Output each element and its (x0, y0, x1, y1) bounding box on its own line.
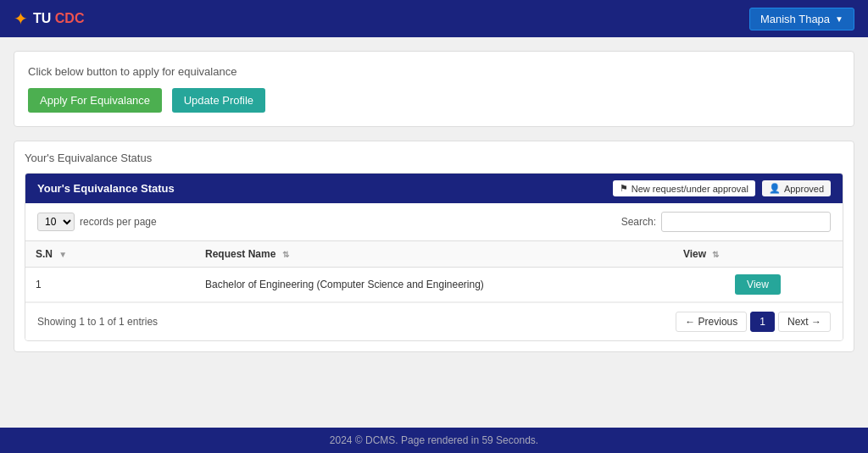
top-card: Click below button to apply for equivala… (14, 51, 854, 127)
footer: 2024 © DCMS. Page rendered in 59 Seconds… (0, 428, 868, 453)
user-icon: 👤 (769, 183, 781, 194)
cell-request-name: Bachelor of Engineering (Computer Scienc… (195, 268, 673, 302)
equivalance-table: S.N ▼ Request Name ⇅ View ⇅ 1 Bachelor o… (25, 240, 843, 302)
search-input[interactable] (661, 212, 831, 232)
showing-text: Showing 1 to 1 of 1 entries (37, 316, 158, 328)
panel-header-title: Your's Equivalance Status (37, 182, 175, 195)
status-card: Your's Equivalance Status Your's Equival… (14, 141, 854, 352)
records-per-page-select[interactable]: 10 25 50 (37, 213, 75, 231)
panel-header: Your's Equivalance Status ⚑ New request/… (25, 174, 843, 203)
sort-icon-view: ⇅ (712, 250, 719, 259)
badge-approved: 👤 Approved (762, 180, 831, 196)
records-label: records per page (80, 216, 157, 228)
user-name-label: Manish Thapa (760, 13, 830, 25)
search-label: Search: (621, 216, 656, 228)
instruction-text: Click below button to apply for equivala… (28, 65, 840, 78)
page-1-button[interactable]: 1 (750, 312, 775, 332)
table-controls: 10 25 50 records per page Search: (25, 203, 843, 240)
search-area: Search: (621, 212, 831, 232)
next-page-button[interactable]: Next → (778, 312, 831, 332)
apply-equivalance-button[interactable]: Apply For Equivalance (28, 88, 162, 113)
col-header-request: Request Name ⇅ (195, 241, 673, 268)
table-header-row: S.N ▼ Request Name ⇅ View ⇅ (25, 241, 843, 268)
main-content: Click below button to apply for equivala… (0, 37, 868, 428)
sort-icon-request: ⇅ (282, 250, 289, 259)
status-card-title: Your's Equivalance Status (25, 152, 843, 164)
update-profile-button[interactable]: Update Profile (172, 88, 265, 113)
cell-sn: 1 (25, 268, 195, 302)
pagination-buttons: ← Previous 1 Next → (676, 312, 831, 332)
badge-new-request: ⚑ New request/under approval (613, 180, 755, 196)
flag-icon: ⚑ (620, 183, 628, 194)
header: ✦ TU CDC Manish Thapa ▼ (0, 0, 868, 37)
table-panel: Your's Equivalance Status ⚑ New request/… (25, 173, 843, 341)
previous-page-button[interactable]: ← Previous (676, 312, 747, 332)
star-icon: ✦ (14, 8, 28, 29)
records-per-page-control: 10 25 50 records per page (37, 213, 157, 231)
user-dropdown-button[interactable]: Manish Thapa ▼ (749, 8, 854, 30)
col-header-view: View ⇅ (673, 241, 843, 268)
dropdown-caret-icon: ▼ (835, 14, 843, 24)
pagination-area: Showing 1 to 1 of 1 entries ← Previous 1… (25, 302, 843, 340)
logo: ✦ TU CDC (14, 8, 84, 29)
table-row: 1 Bachelor of Engineering (Computer Scie… (25, 268, 843, 302)
footer-text: 2024 © DCMS. Page rendered in 59 Seconds… (330, 434, 538, 446)
view-button[interactable]: View (735, 274, 781, 295)
cell-view: View (673, 268, 843, 302)
sort-icon-sn: ▼ (58, 250, 67, 259)
col-header-sn: S.N ▼ (25, 241, 195, 268)
logo-text: TU CDC (33, 11, 84, 26)
panel-header-badges: ⚑ New request/under approval 👤 Approved (613, 180, 831, 196)
